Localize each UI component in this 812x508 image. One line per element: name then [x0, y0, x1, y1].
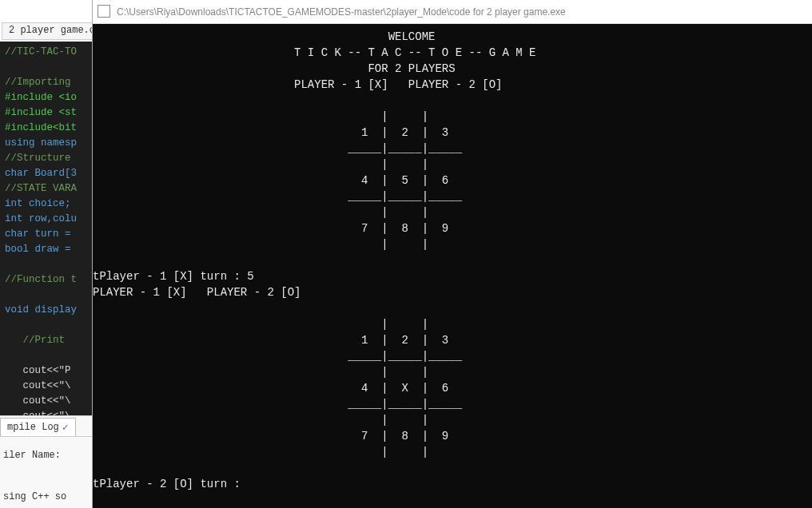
code-line: #include <io — [5, 90, 87, 105]
bottom-panel: mpile Log ✓ iler Name: sing C++ so — [0, 415, 92, 508]
titlebar[interactable]: C:\Users\Riya\Downloads\TICTACTOE_GAMEMO… — [93, 0, 812, 24]
console-output[interactable]: WELCOME T I C K -- T A C -- T O E -- G A… — [93, 24, 812, 508]
code-line: bool draw = — [5, 242, 87, 257]
code-line: int row,colu — [5, 212, 87, 227]
code-line — [5, 288, 87, 303]
code-line: char Board[3 — [5, 166, 87, 181]
window-title: C:\Users\Riya\Downloads\TICTACTOE_GAMEMO… — [117, 6, 566, 18]
code-line: cout<<"\ — [5, 379, 87, 394]
code-line: //STATE VARA — [5, 181, 87, 196]
compile-log-tab-label: mpile Log — [7, 422, 59, 433]
code-line: #include <st — [5, 105, 87, 121]
console-window: C:\Users\Riya\Downloads\TICTACTOE_GAMEMO… — [92, 0, 812, 508]
code-line: using namesp — [5, 136, 87, 151]
code-line — [5, 257, 87, 272]
code-line: cout<<"\ — [5, 394, 87, 409]
code-line — [5, 318, 87, 333]
code-line: //Importing — [5, 75, 87, 90]
code-line: //TIC-TAC-TO — [5, 45, 87, 60]
compile-log-tab[interactable]: mpile Log ✓ — [0, 418, 76, 436]
bottom-panel-text: iler Name: sing C++ so — [0, 437, 92, 508]
editor-tab[interactable]: 2 player game.c — [2, 22, 102, 40]
code-line: cout<<"\ — [5, 409, 87, 415]
code-line: cout<<"P — [5, 363, 87, 379]
compiler-cmd-text: sing C++ so — [3, 491, 66, 502]
compiler-name-label: iler Name: — [3, 450, 61, 461]
code-line: void display — [5, 303, 87, 318]
code-line: //Structure — [5, 151, 87, 166]
code-line — [5, 60, 87, 75]
code-line: #include<bit — [5, 121, 87, 136]
code-line: //Function t — [5, 272, 87, 288]
code-line: int choice; — [5, 196, 87, 212]
code-line: //Print — [5, 333, 87, 348]
editor-tab-label: 2 player game.c — [9, 25, 95, 36]
check-icon: ✓ — [62, 421, 69, 434]
code-line: char turn = — [5, 227, 87, 242]
bottom-tab-strip: mpile Log ✓ — [0, 416, 92, 437]
code-editor[interactable]: //TIC-TAC-TO //Importing #include <io#in… — [0, 42, 92, 415]
code-line — [5, 348, 87, 363]
app-icon — [99, 6, 110, 18]
